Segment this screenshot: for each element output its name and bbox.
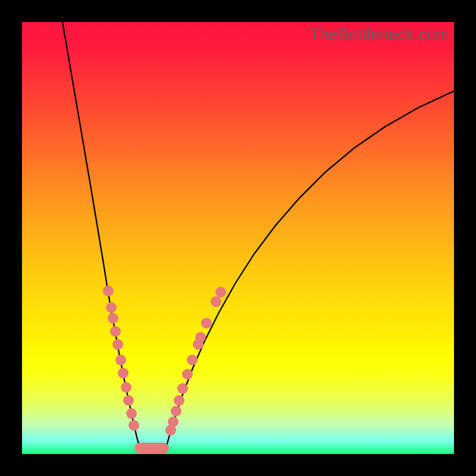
data-dot — [118, 368, 129, 378]
plot-area: TheBottleneck.com — [22, 22, 454, 454]
data-dot — [126, 408, 137, 419]
data-dot — [129, 420, 139, 431]
data-dot — [123, 395, 134, 406]
outer-frame: TheBottleneck.com — [0, 0, 476, 476]
data-dot — [112, 339, 123, 350]
data-dot — [171, 406, 181, 416]
data-dot — [177, 383, 188, 394]
data-dot — [106, 302, 117, 313]
data-dot — [115, 355, 126, 365]
data-dot — [201, 318, 212, 328]
data-dot — [211, 296, 221, 307]
chart-svg — [22, 22, 454, 454]
data-dot — [215, 287, 226, 298]
dots-left-group — [103, 286, 139, 431]
data-dot — [121, 382, 131, 393]
curve-right — [165, 91, 454, 452]
data-dot — [108, 313, 118, 324]
data-dot — [103, 286, 114, 296]
data-dot — [110, 326, 121, 337]
dots-right-group — [165, 287, 226, 436]
data-dot — [168, 416, 178, 427]
data-dot — [195, 332, 206, 343]
data-dot — [182, 369, 193, 380]
data-dot — [174, 395, 184, 406]
data-dot — [187, 355, 198, 365]
